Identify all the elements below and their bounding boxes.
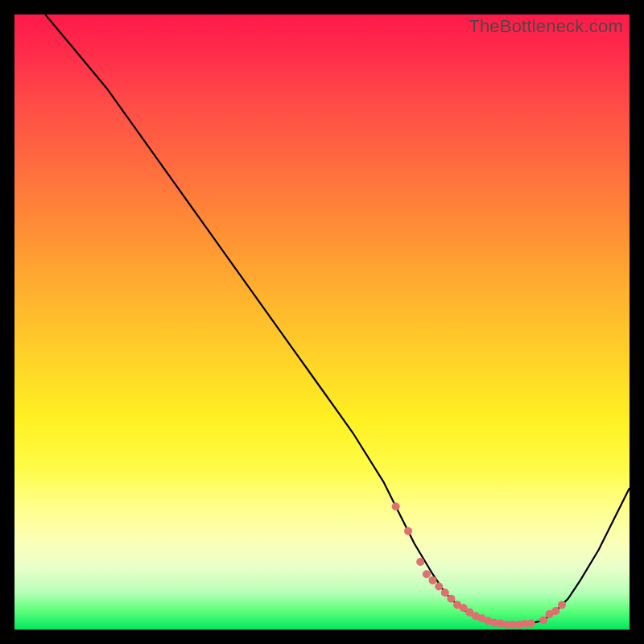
valley-marker [435,583,443,591]
valley-marker [441,588,449,597]
valley-marker [423,570,431,578]
valley-marker [429,576,437,584]
valley-marker [558,601,566,609]
valley-markers-group [392,502,566,629]
valley-marker [539,617,547,625]
chart-frame: TheBottleneck.com [0,0,644,644]
valley-marker [447,595,455,603]
valley-marker [416,558,424,566]
valley-marker [392,502,400,510]
bottleneck-curve [45,14,630,625]
chart-svg [14,14,630,630]
plot-area: TheBottleneck.com [14,14,630,630]
valley-marker [404,527,412,535]
valley-marker [527,619,535,627]
valley-marker [551,607,559,615]
